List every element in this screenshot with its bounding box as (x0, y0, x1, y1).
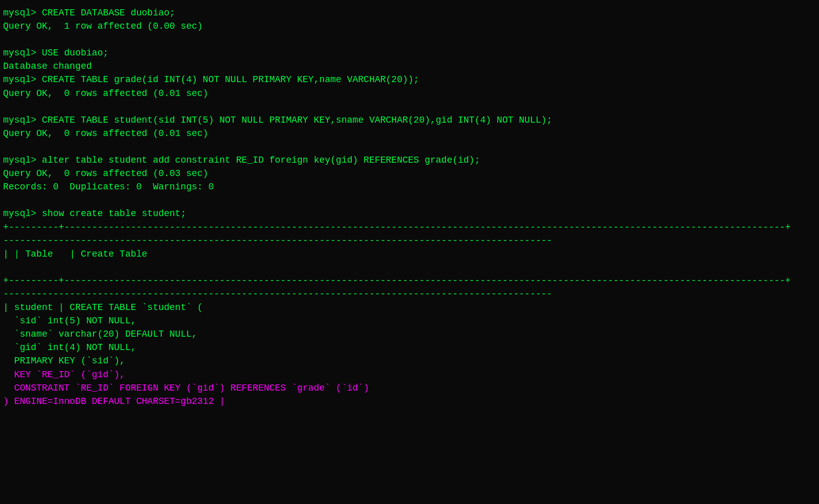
table-sep-top-ext: ----------------------------------------… (3, 234, 816, 247)
empty-4 (3, 193, 816, 207)
table-data-gid: `gid` int(4) NOT NULL, (3, 341, 816, 354)
line-14: Records: 0 Duplicates: 0 Warnings: 0 (3, 180, 816, 193)
terminal-window: mysql> CREATE DATABASE duobiao; Query OK… (2, 4, 817, 410)
empty-3 (3, 140, 816, 153)
table-data-engine: ) ENGINE=InnoDB DEFAULT CHARSET=gb2312 | (3, 395, 816, 408)
table-sep-mid-ext: ----------------------------------------… (3, 287, 816, 301)
line-7: Query OK, 0 rows affected (0.01 sec) (3, 87, 816, 100)
table-col-table: | Table | Create Table (14, 249, 796, 259)
empty-1 (3, 33, 816, 46)
line-4: mysql> USE duobiao; (3, 46, 816, 60)
table-data-constraint: CONSTRAINT `RE_ID` FOREIGN KEY (`gid`) R… (3, 381, 816, 395)
line-6: mysql> CREATE TABLE grade(id INT(4) NOT … (3, 73, 816, 86)
table-header: | | Table | Create Table (3, 247, 816, 261)
line-16: mysql> show create table student; (3, 207, 816, 220)
line-12: mysql> alter table student add constrain… (3, 153, 816, 167)
empty-2 (3, 100, 816, 113)
line-9: mysql> CREATE TABLE student(sid INT(5) N… (3, 113, 816, 127)
line-13: Query OK, 0 rows affected (0.03 sec) (3, 167, 816, 180)
line-5: Database changed (3, 60, 816, 73)
table-data-student: | student | CREATE TABLE `student` ( (3, 301, 816, 314)
table-data-pk: PRIMARY KEY (`sid`), (3, 354, 816, 367)
table-sep-top: +---------+-----------------------------… (3, 221, 816, 234)
line-1: mysql> CREATE DATABASE duobiao; (3, 6, 816, 20)
table-data-sid: `sid` int(5) NOT NULL, (3, 314, 816, 327)
table-data-key: KEY `RE_ID` (`gid`), (3, 368, 816, 381)
line-2: Query OK, 1 row affected (0.00 sec) (3, 20, 816, 33)
table-data-sname: `sname` varchar(20) DEFAULT NULL, (3, 327, 816, 341)
line-10: Query OK, 0 rows affected (0.01 sec) (3, 127, 816, 140)
table-sep-mid: +---------+-----------------------------… (3, 274, 816, 287)
empty-5 (3, 261, 816, 274)
